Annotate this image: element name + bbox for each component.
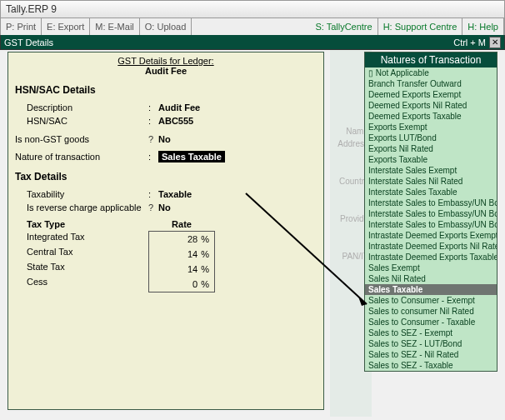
- nature-option[interactable]: Intrastate Deemed Exports Nil Rated: [365, 241, 497, 252]
- app-title: Tally.ERP 9: [6, 3, 57, 15]
- nature-label: Nature of transaction: [15, 152, 148, 162]
- natures-list[interactable]: ▯ Not ApplicableBranch Transfer OutwardD…: [365, 68, 497, 371]
- nature-option[interactable]: Interstate Sales Nil Rated: [365, 176, 497, 187]
- nature-option[interactable]: Sales Nil Rated: [365, 273, 497, 284]
- nature-option[interactable]: Sales Taxable: [365, 284, 497, 295]
- content-area: Name Address Country Provide PAN/IT GST …: [0, 50, 505, 420]
- taxability-label: Taxability: [15, 189, 148, 199]
- help-button[interactable]: H: Help: [462, 18, 504, 35]
- nature-option[interactable]: Sales to SEZ - Exempt: [365, 328, 497, 338]
- nature-option[interactable]: Deemed Exports Nil Rated: [365, 100, 497, 111]
- close-icon[interactable]: ✕: [489, 37, 501, 48]
- natures-heading: Natures of Transaction: [365, 52, 497, 68]
- nature-option[interactable]: Sales to consumer Nil Rated: [365, 306, 497, 317]
- rate-header: Rate: [148, 219, 215, 229]
- tax-section-heading: Tax Details: [15, 171, 317, 182]
- reverse-charge-value[interactable]: No: [158, 202, 171, 212]
- cess-rate[interactable]: 0%: [149, 277, 214, 292]
- nature-option[interactable]: Sales to SEZ - LUT/Bond: [365, 338, 497, 349]
- nature-option[interactable]: Branch Transfer Outward: [365, 78, 497, 89]
- central-tax-label: Central Tax: [15, 244, 148, 259]
- non-gst-label: Is non-GST goods: [15, 134, 148, 144]
- rate-column: 28% 14% 14% 0%: [148, 231, 215, 292]
- support-centre-button[interactable]: H: Support Centre: [378, 18, 463, 35]
- integrated-tax-label: Integrated Tax: [15, 229, 148, 244]
- natures-panel: Natures of Transaction ▯ Not ApplicableB…: [364, 52, 498, 372]
- panel-heading-line1: GST Details for Ledger:: [15, 56, 317, 66]
- nature-option[interactable]: Sales to SEZ - Nil Rated: [365, 349, 497, 360]
- nature-value[interactable]: Sales Taxable: [158, 151, 225, 162]
- nature-option[interactable]: Sales to Consumer - Exempt: [365, 295, 497, 306]
- toolbar: P: Print E: Export M: E-Mail O: Upload S…: [0, 18, 505, 35]
- email-button[interactable]: M: E-Mail: [90, 18, 139, 35]
- print-button[interactable]: P: Print: [1, 18, 42, 35]
- nature-option[interactable]: Sales to Consumer - Taxable: [365, 317, 497, 328]
- integrated-tax-rate[interactable]: 28%: [149, 232, 214, 247]
- hsn-label: HSN/SAC: [15, 116, 148, 126]
- nature-option[interactable]: Deemed Exports Taxable: [365, 111, 497, 122]
- nature-option[interactable]: Interstate Sales to Embassy/UN Body Exem…: [365, 198, 497, 208]
- nature-option[interactable]: Exports Taxable: [365, 154, 497, 165]
- gst-details-panel: GST Details for Ledger: Audit Fee HSN/SA…: [8, 52, 324, 410]
- nature-option[interactable]: Interstate Sales to Embassy/UN Body Taxa…: [365, 219, 497, 230]
- banner-title: GST Details: [4, 38, 53, 48]
- section-banner: GST Details Ctrl + M ✕: [0, 35, 505, 50]
- nature-option[interactable]: Deemed Exports Exempt: [365, 89, 497, 100]
- nature-option[interactable]: Interstate Sales Exempt: [365, 165, 497, 176]
- export-button[interactable]: E: Export: [42, 18, 90, 35]
- hsn-value[interactable]: ABC555: [158, 116, 193, 126]
- nature-option[interactable]: Exports LUT/Bond: [365, 132, 497, 143]
- taxability-value[interactable]: Taxable: [158, 189, 192, 199]
- description-value[interactable]: Audit Fee: [158, 102, 200, 112]
- nature-option[interactable]: Exports Nil Rated: [365, 143, 497, 154]
- nature-option[interactable]: Interstate Sales to Embassy/UN Body Nil …: [365, 208, 497, 219]
- tax-rate-table: Tax Type Rate Integrated Tax Central Tax…: [15, 219, 317, 292]
- nature-option[interactable]: Sales Exempt: [365, 262, 497, 273]
- state-tax-label: State Tax: [15, 259, 148, 274]
- state-tax-rate[interactable]: 14%: [149, 262, 214, 277]
- nature-option[interactable]: Intrastate Deemed Exports Exempt: [365, 230, 497, 241]
- hsn-section-heading: HSN/SAC Details: [15, 84, 317, 96]
- list-end-icon: ▯: [368, 68, 376, 78]
- tallycentre-button[interactable]: S: TallyCentre: [310, 18, 378, 35]
- taxtype-header: Tax Type: [15, 219, 148, 229]
- central-tax-rate[interactable]: 14%: [149, 247, 214, 262]
- reverse-charge-label: Is reverse charge applicable: [15, 202, 148, 212]
- tax-name-column: Integrated Tax Central Tax State Tax Ces…: [15, 229, 148, 292]
- banner-shortcut: Ctrl + M: [453, 38, 486, 48]
- panel-heading-line2: Audit Fee: [15, 66, 317, 76]
- non-gst-value[interactable]: No: [158, 134, 171, 144]
- nature-option[interactable]: ▯ Not Applicable: [365, 68, 497, 78]
- nature-option[interactable]: Intrastate Deemed Exports Taxable: [365, 252, 497, 262]
- nature-option[interactable]: Interstate Sales Taxable: [365, 187, 497, 198]
- titlebar: Tally.ERP 9: [0, 0, 505, 18]
- nature-option[interactable]: Exports Exempt: [365, 122, 497, 132]
- nature-option[interactable]: Sales to SEZ - Taxable: [365, 360, 497, 371]
- upload-button[interactable]: O: Upload: [140, 18, 192, 35]
- description-label: Description: [15, 102, 148, 112]
- cess-label: Cess: [15, 274, 148, 289]
